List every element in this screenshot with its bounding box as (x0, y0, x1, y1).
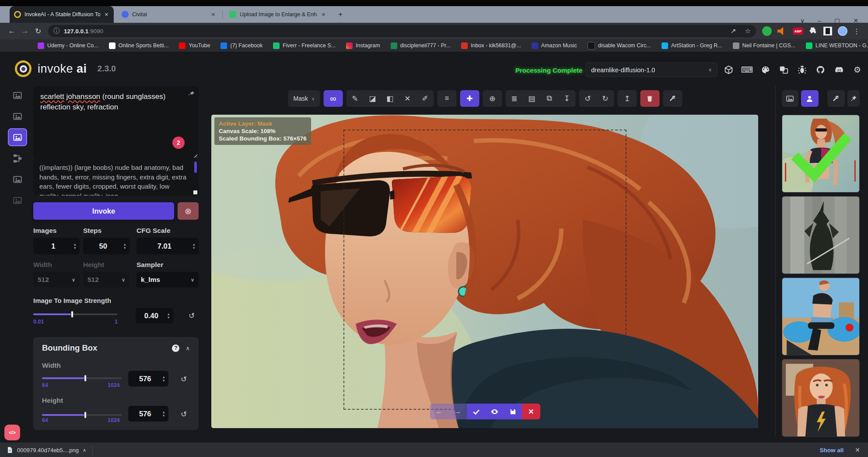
tab-civitai[interactable]: Civitai ✕ (117, 6, 220, 23)
profile-avatar[interactable] (838, 26, 847, 36)
bookmark-udemy[interactable]: Udemy - Online Co... (38, 42, 98, 49)
merge-layers-icon[interactable]: ≣ (505, 90, 523, 107)
i2i-reset-button[interactable]: ↺ (186, 309, 198, 322)
reset-view-icon[interactable]: ⊕ (483, 90, 502, 107)
gallery-thumbnail[interactable] (782, 196, 860, 274)
resize-handle[interactable] (192, 153, 197, 158)
bookmark-wacom[interactable]: disable Wacom Circ... (588, 42, 651, 49)
bookmark-star-icon[interactable]: ☆ (745, 27, 751, 35)
copy-to-clipboard-icon[interactable]: ⧉ (540, 90, 558, 107)
github-icon[interactable] (816, 65, 826, 75)
console-toggle-button[interactable]: </> (4, 425, 20, 440)
download-chevron-icon[interactable]: ∧ (83, 447, 86, 453)
download-bar-close-icon[interactable]: ✕ (855, 446, 860, 453)
height-select[interactable]: 512 ∨ (83, 272, 130, 288)
stepper-arrows[interactable]: ▲▼ (162, 376, 168, 382)
extensions-puzzle-icon[interactable] (809, 27, 818, 35)
width-select[interactable]: 512 ∨ (33, 272, 80, 288)
stepper-arrows[interactable]: ▲▼ (74, 243, 80, 250)
bookmark-online-sports[interactable]: Online Sports Betti... (109, 42, 169, 49)
address-bar[interactable]: ⓘ 127.0.0.1 :9090 ↗ ☆ (48, 25, 756, 37)
gallery-settings-wrench-icon[interactable] (827, 90, 845, 107)
gallery-images-icon[interactable] (782, 90, 798, 107)
steps-input[interactable]: 50 ▲▼ (83, 238, 130, 254)
slider-thumb[interactable] (84, 375, 87, 382)
tab-nodes[interactable] (8, 149, 27, 167)
tab-training[interactable] (8, 191, 27, 209)
model-select[interactable]: dreamlike-diffusion-1.0 ∨ (585, 63, 718, 77)
gallery-thumbnail[interactable] (782, 359, 860, 437)
stepper-arrows[interactable]: ▲▼ (162, 411, 168, 417)
download-image-icon[interactable]: ↧ (558, 90, 575, 107)
bookmark-inbox[interactable]: Inbox - klk56831@... (461, 42, 521, 49)
slider-thumb[interactable] (84, 411, 87, 418)
discard-x-button[interactable]: ✕ (522, 404, 540, 419)
language-translate-icon[interactable] (779, 65, 789, 75)
model-manager-cube-icon[interactable] (724, 65, 734, 75)
move-tool-button[interactable]: ✚ (460, 90, 479, 107)
grammarly-extension-icon[interactable] (762, 26, 772, 36)
tab-invokeai[interactable]: InvokeAI - A Stable Diffusion Too ✕ (10, 6, 114, 23)
discord-icon[interactable] (834, 65, 844, 75)
scrollbar-thumb[interactable] (194, 162, 197, 173)
site-info-icon[interactable]: ⓘ (53, 27, 60, 35)
bbox-width-input[interactable]: 576 ▲▼ (128, 371, 168, 387)
hotkeys-keyboard-icon[interactable]: ⌨ (742, 65, 752, 75)
tab-post-processing[interactable] (8, 170, 27, 188)
bw-extension-icon[interactable] (823, 27, 832, 35)
negative-prompt-input[interactable]: ((implants)) (large boobs) nude bad anat… (33, 159, 199, 196)
gallery-thumbnail-selected[interactable] (782, 115, 860, 193)
images-input[interactable]: 1 ▲▼ (33, 238, 80, 254)
adblock-extension-icon[interactable]: ABP (793, 28, 803, 35)
gallery-pin-icon[interactable] (847, 90, 860, 107)
tab-unified-canvas[interactable] (8, 128, 27, 146)
gallery-thumbnail[interactable] (782, 278, 860, 355)
browser-menu-icon[interactable]: ⋮ (853, 27, 860, 35)
sampler-select[interactable]: k_lms ∨ (136, 272, 199, 288)
eraser-tool-icon[interactable]: ◪ (364, 90, 381, 107)
save-floppy-icon[interactable] (504, 404, 522, 419)
tab-upload-image[interactable]: Upload Image to Enlarge & Enha ✕ (225, 6, 331, 23)
i2i-strength-slider[interactable] (33, 313, 117, 315)
forward-button[interactable]: → (18, 27, 32, 35)
back-button[interactable]: ← (5, 27, 18, 35)
brush-tool-icon[interactable]: ✎ (346, 90, 364, 107)
bookmark-fiverr[interactable]: Fiverr - Freelance S... (273, 42, 336, 49)
bookmark-instagram[interactable]: Instagram (346, 42, 380, 49)
stepper-arrows[interactable]: ▲▼ (123, 243, 130, 250)
theme-palette-icon[interactable] (760, 65, 770, 75)
i2i-strength-input[interactable]: 0.40 ▲▼ (136, 308, 173, 323)
save-to-gallery-icon[interactable]: ▤ (523, 90, 540, 107)
previous-image-button[interactable]: ← (430, 404, 448, 419)
bbox-height-slider[interactable] (42, 414, 122, 416)
share-icon[interactable]: ↗ (731, 27, 736, 35)
bounding-box-header[interactable]: Bounding Box ? ∧ (42, 343, 190, 353)
stepper-arrows[interactable]: ▲▼ (192, 243, 199, 250)
bookmark-facebook[interactable]: (7) Facebook (220, 42, 262, 49)
report-bug-icon[interactable] (797, 65, 807, 75)
bookmark-neil-fontaine[interactable]: Neil Fontaine | CGS... (733, 42, 795, 49)
tab-close-icon[interactable]: ✕ (210, 12, 216, 18)
bookmark-youtube[interactable]: YouTube (179, 42, 210, 49)
redo-icon[interactable]: ↻ (596, 90, 614, 107)
mute-speaker-extension-icon[interactable] (777, 26, 787, 36)
brush-options-icon[interactable]: ≡ (437, 90, 456, 107)
bounding-box-overlay[interactable] (343, 130, 626, 410)
bookmark-amazon-music[interactable]: Amazon Music (532, 42, 577, 49)
fill-bounding-box-icon[interactable]: ◧ (381, 90, 399, 107)
tab-close-icon[interactable]: ✕ (321, 12, 326, 18)
layer-select[interactable]: Mask ∨ (288, 90, 320, 107)
show-all-link[interactable]: Show all (820, 447, 844, 453)
tab-text-to-image[interactable] (8, 86, 27, 104)
bbox-width-reset-button[interactable]: ↺ (178, 373, 190, 385)
resize-handle[interactable] (193, 190, 197, 194)
bbox-height-reset-button[interactable]: ↺ (178, 408, 190, 420)
gallery-person-icon[interactable] (801, 90, 819, 107)
bookmark-discipleneil[interactable]: discipleneil777 - Pr... (391, 42, 451, 49)
bookmark-webtoon[interactable]: LINE WEBTOON - G... (806, 42, 868, 49)
show-hide-eye-icon[interactable] (485, 404, 504, 419)
canvas-settings-wrench-icon[interactable] (663, 90, 682, 107)
settings-gear-icon[interactable]: ⚙ (852, 65, 862, 75)
mask-enable-button[interactable]: ∞ (323, 90, 343, 107)
slider-thumb[interactable] (71, 311, 74, 318)
